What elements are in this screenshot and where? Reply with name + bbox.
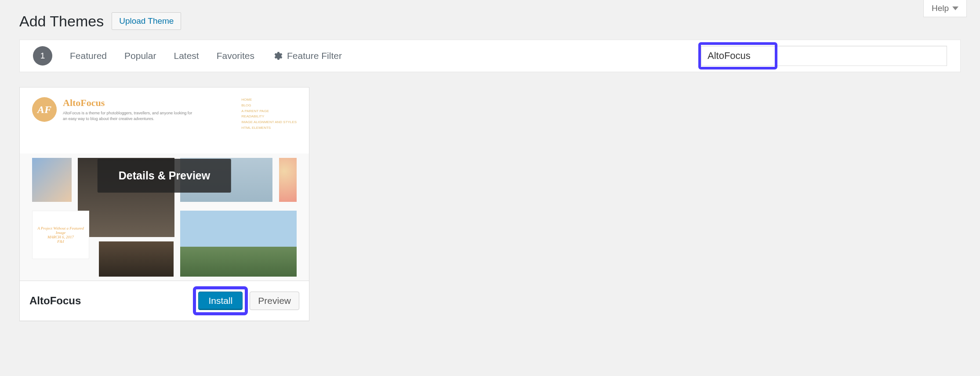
screenshot-menu: HOME BLOG A PARENT PAGE READABILITY IMAG… bbox=[241, 97, 297, 131]
result-count-badge: 1 bbox=[33, 46, 52, 66]
page-title: Add Themes bbox=[19, 13, 104, 30]
gear-icon bbox=[272, 51, 283, 61]
screenshot-desc: AltoFocus is a theme for photobloggers, … bbox=[63, 110, 195, 121]
install-button[interactable]: Install bbox=[198, 292, 243, 310]
screenshot-tile bbox=[32, 158, 72, 202]
search-input[interactable] bbox=[701, 46, 947, 66]
filter-latest[interactable]: Latest bbox=[174, 51, 199, 61]
screenshot-title: AltoFocus bbox=[63, 97, 235, 109]
filter-featured[interactable]: Featured bbox=[70, 51, 107, 61]
details-preview-button[interactable]: Details & Preview bbox=[98, 159, 231, 193]
filter-favorites[interactable]: Favorites bbox=[217, 51, 254, 61]
themes-grid: AF AltoFocus AltoFocus is a theme for ph… bbox=[0, 72, 980, 336]
filter-bar: 1 Featured Popular Latest Favorites Feat… bbox=[19, 40, 961, 72]
theme-footer: AltoFocus Install Preview bbox=[20, 281, 309, 321]
screenshot-logo: AF bbox=[32, 97, 57, 122]
chevron-down-icon bbox=[952, 5, 958, 11]
screenshot-tile bbox=[180, 211, 297, 277]
theme-screenshot: AF AltoFocus AltoFocus is a theme for ph… bbox=[20, 88, 309, 281]
help-tab[interactable]: Help bbox=[923, 0, 967, 17]
feature-filter-button[interactable]: Feature Filter bbox=[272, 51, 342, 61]
theme-name: AltoFocus bbox=[29, 295, 198, 307]
preview-button[interactable]: Preview bbox=[250, 292, 299, 310]
search-wrap bbox=[701, 46, 947, 66]
screenshot-tile bbox=[279, 158, 297, 202]
filter-popular[interactable]: Popular bbox=[124, 51, 156, 61]
screenshot-text-card: A Project Without a Featured Image MARCH… bbox=[32, 211, 89, 259]
help-label: Help bbox=[932, 4, 949, 13]
screenshot-tile bbox=[99, 241, 174, 277]
page-header: Add Themes Upload Theme bbox=[0, 0, 980, 40]
theme-card[interactable]: AF AltoFocus AltoFocus is a theme for ph… bbox=[19, 87, 309, 321]
upload-theme-button[interactable]: Upload Theme bbox=[112, 12, 181, 30]
feature-filter-label: Feature Filter bbox=[287, 51, 342, 61]
